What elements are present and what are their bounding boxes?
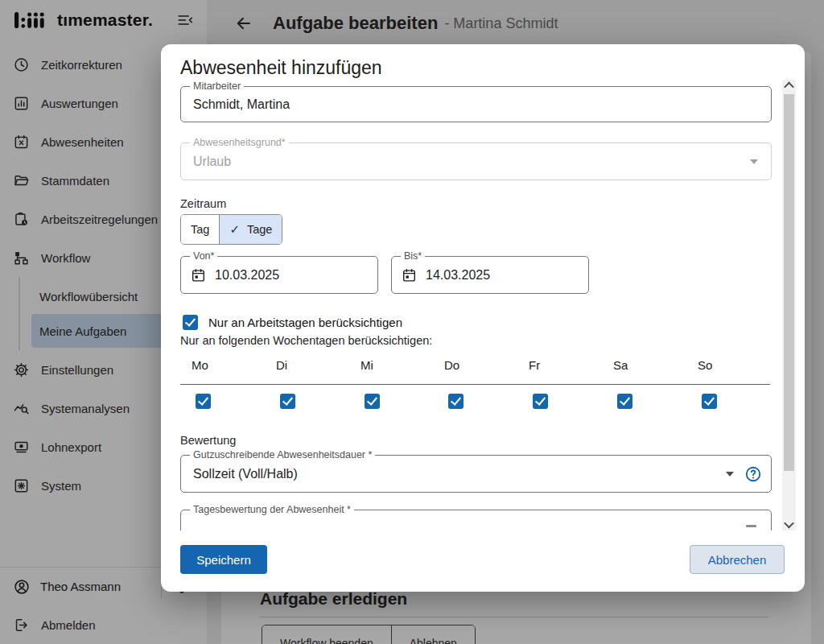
weekday-checkbox-do[interactable] (448, 394, 464, 409)
scroll-down-icon[interactable] (782, 518, 796, 530)
bis-date-field[interactable]: Bis* 14.03.2025 (391, 256, 589, 294)
workdays-checkbox-row: Nur an Arbeitstagen berücksichtigen (183, 315, 402, 330)
weekday-checkbox-mi[interactable] (365, 394, 380, 409)
help-icon[interactable] (744, 465, 762, 483)
abwesenheitsgrund-select: Abwesenheitsgrund* Urlaub (180, 142, 772, 180)
weekday-checkbox-mo[interactable] (196, 394, 211, 409)
dialog-scrollbar[interactable] (782, 80, 796, 530)
weekday-label: Do (444, 358, 505, 372)
zeitraum-toggle-group: Tag ✓ Tage (180, 214, 282, 245)
weekday-checkbox-di[interactable] (280, 394, 295, 409)
chevron-down-icon (750, 159, 758, 164)
field-value: Schmidt, Martina (193, 97, 290, 112)
divider (180, 384, 770, 385)
chevron-down-icon (726, 472, 734, 477)
dialog-scroll-area: Mitarbeiter Schmidt, Martina Abwesenheit… (161, 80, 782, 530)
checkbox-label: Nur an Arbeitstagen berücksichtigen (208, 316, 402, 329)
field-label: Bis* (401, 250, 425, 262)
save-button[interactable]: Speichern (180, 545, 267, 574)
weekday-checkbox-sa[interactable] (617, 394, 632, 409)
weekday-label: Fr (529, 358, 590, 372)
weekday-label: Sa (613, 358, 674, 372)
field-label: Abwesenheitsgrund* (190, 137, 289, 148)
chevron-down-icon (746, 525, 756, 527)
weekday-label: So (698, 358, 759, 372)
check-icon: ✓ (229, 222, 240, 237)
toggle-label: Tag (191, 223, 209, 236)
bewertung-label: Bewertung (180, 434, 236, 447)
add-absence-dialog: Abwesenheit hinzufügen Mitarbeiter Schmi… (161, 44, 805, 592)
calendar-icon (402, 267, 417, 283)
weekday-label: Di (276, 358, 337, 372)
scroll-up-icon[interactable] (782, 80, 796, 92)
field-value: 10.03.2025 (215, 268, 279, 283)
field-value: Urlaub (193, 155, 231, 169)
app-window: tımemaster. Zeitkorrekturen Auswertungen… (0, 0, 824, 644)
toggle-tage[interactable]: ✓ Tage (219, 215, 282, 244)
field-value: Sollzeit (Voll/Halb) (193, 467, 298, 481)
zeitraum-label: Zeitraum (180, 197, 226, 210)
weekday-label: Mo (192, 358, 253, 372)
weekday-checkbox-fr[interactable] (533, 394, 548, 409)
field-label: Gutzuschreibende Abwesenheitsdauer * (190, 449, 375, 460)
mitarbeiter-field[interactable]: Mitarbeiter Schmidt, Martina (180, 86, 772, 122)
von-date-field[interactable]: Von* 10.03.2025 (180, 256, 378, 294)
tagesbewertung-select[interactable]: Tagesbewertung der Abwesenheit * (180, 510, 772, 530)
cancel-button[interactable]: Abbrechen (690, 545, 785, 574)
field-label: Von* (190, 250, 217, 262)
weekday-label: Mi (360, 358, 422, 372)
toggle-label: Tage (247, 223, 272, 236)
weekday-hint: Nur an folgenden Wochentagen berücksicht… (180, 334, 432, 347)
toggle-tag[interactable]: Tag (181, 215, 219, 244)
abwesenheitsdauer-select[interactable]: Gutzuschreibende Abwesenheitsdauer * Sol… (180, 455, 772, 493)
dialog-title: Abwesenheit hinzufügen (180, 57, 382, 79)
workdays-checkbox[interactable] (183, 315, 198, 330)
field-value: 14.03.2025 (426, 268, 490, 283)
scrollbar-thumb[interactable] (784, 94, 794, 471)
field-label: Tagesbewertung der Abwesenheit * (190, 504, 354, 515)
calendar-icon (191, 267, 206, 283)
weekday-checkbox-so[interactable] (702, 394, 717, 409)
field-label: Mitarbeiter (190, 80, 244, 92)
